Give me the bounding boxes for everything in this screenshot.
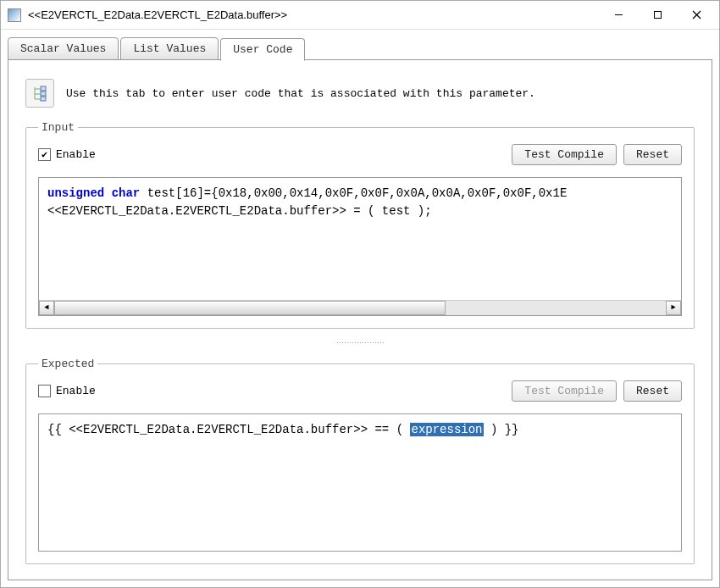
input-code-wrap: unsigned char test[16]={0x18,0x00,0x14,0… <box>38 177 682 316</box>
expected-group: Expected Enable Test Compile Reset {{ <<… <box>25 358 695 565</box>
svg-rect-10 <box>41 97 46 101</box>
title-bar: <<E2VERCTL_E2Data.E2VERCTL_E2Data.buffer… <box>1 1 719 30</box>
code-text: ) }} <box>484 423 519 436</box>
expected-enable-checkbox[interactable] <box>38 385 51 397</box>
expected-code-wrap: {{ <<E2VERCTL_E2Data.E2VERCTL_E2Data.buf… <box>38 413 682 552</box>
expected-test-compile-button[interactable]: Test Compile <box>512 380 617 402</box>
close-button[interactable] <box>677 3 716 28</box>
window-controls <box>599 3 716 28</box>
minimize-button[interactable] <box>599 3 638 28</box>
input-test-compile-button[interactable]: Test Compile <box>512 144 617 165</box>
input-hscrollbar[interactable]: ◄ ► <box>39 300 681 315</box>
scroll-right-button[interactable]: ► <box>666 301 681 315</box>
svg-rect-1 <box>654 12 661 19</box>
expected-code-area[interactable]: {{ <<E2VERCTL_E2Data.E2VERCTL_E2Data.buf… <box>39 414 681 552</box>
input-enable-wrap[interactable]: Enable <box>38 148 505 161</box>
svg-rect-8 <box>41 86 46 91</box>
expected-reset-button[interactable]: Reset <box>623 380 682 402</box>
input-reset-button[interactable]: Reset <box>623 144 682 165</box>
code-text: test[16]={0x18,0x00,0x14,0x0F,0x0F,0x0A,… <box>140 186 567 200</box>
input-toolbar: Enable Test Compile Reset <box>38 144 682 165</box>
content: Scalar Values List Values User Code <box>1 30 719 587</box>
maximize-button[interactable] <box>638 3 677 28</box>
app-icon <box>8 8 21 22</box>
window: <<E2VERCTL_E2Data.E2VERCTL_E2Data.buffer… <box>0 0 720 588</box>
minimize-icon <box>614 10 623 19</box>
expected-enable-label: Enable <box>56 385 96 397</box>
code-keyword: char <box>112 186 141 200</box>
input-group: Input Enable Test Compile Reset unsigned… <box>25 121 695 329</box>
splitter-grip-icon <box>336 341 384 345</box>
tree-icon <box>25 79 54 108</box>
tab-user-code[interactable]: User Code <box>220 38 305 61</box>
close-icon <box>692 10 701 19</box>
scroll-thumb[interactable] <box>54 301 446 315</box>
tab-scalar-values[interactable]: Scalar Values <box>8 37 119 60</box>
code-text: {{ <<E2VERCTL_E2Data.E2VERCTL_E2Data.buf… <box>47 423 410 436</box>
code-text: <<E2VERCTL_E2Data.E2VERCTL_E2Data.buffer… <box>47 204 432 218</box>
info-text: Use this tab to enter user code that is … <box>66 87 535 100</box>
info-row: Use this tab to enter user code that is … <box>25 75 695 109</box>
input-enable-checkbox[interactable] <box>38 148 51 161</box>
input-code-area[interactable]: unsigned char test[16]={0x18,0x00,0x14,0… <box>39 178 681 300</box>
tab-panel-user-code: Use this tab to enter user code that is … <box>8 59 712 580</box>
splitter[interactable] <box>25 341 695 346</box>
hierarchy-icon <box>30 84 49 103</box>
svg-rect-9 <box>41 92 46 96</box>
code-selection: expression <box>410 423 483 436</box>
tab-list-values[interactable]: List Values <box>120 37 219 60</box>
input-enable-label: Enable <box>56 148 96 161</box>
expected-legend: Expected <box>38 358 97 370</box>
tab-bar: Scalar Values List Values User Code <box>8 36 712 60</box>
expected-toolbar: Enable Test Compile Reset <box>38 380 682 402</box>
input-legend: Input <box>38 121 78 134</box>
maximize-icon <box>653 10 662 19</box>
scroll-track[interactable] <box>54 301 666 315</box>
code-keyword: unsigned <box>47 186 104 200</box>
scroll-left-button[interactable]: ◄ <box>39 301 54 315</box>
window-title: <<E2VERCTL_E2Data.E2VERCTL_E2Data.buffer… <box>28 8 599 21</box>
expected-enable-wrap[interactable]: Enable <box>38 385 505 397</box>
